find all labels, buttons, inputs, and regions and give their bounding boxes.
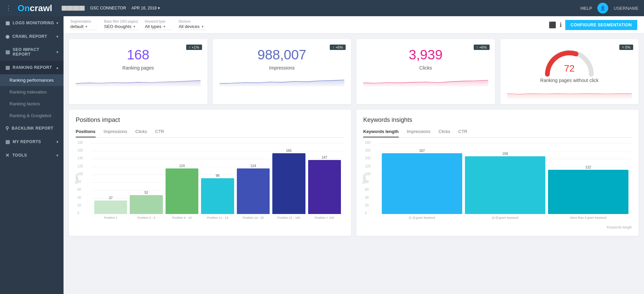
- sidebar-sub-ranking-perf[interactable]: Ranking performances: [0, 74, 64, 86]
- keyword-type-select[interactable]: All types ▾: [145, 24, 172, 30]
- tab-positions[interactable]: Positions: [76, 129, 96, 137]
- kw-bar-rect: [465, 156, 545, 214]
- bottom-charts: Positions impact Positions Impressions C…: [69, 110, 639, 236]
- bar-col-Position-14---20: 124: [237, 143, 270, 214]
- x-label: Position 2 - 3: [130, 215, 163, 224]
- kw-bar-col: 167: [382, 143, 462, 214]
- scroll-content: ↑ +1% 168 Ranking pages: [64, 34, 644, 294]
- sidebar-item-myreports[interactable]: ▤ MY REPORTS ▾: [0, 135, 64, 149]
- bar-num: 52: [145, 191, 148, 194]
- keywords-x-labels: [1-3]-gram keyword[4-5]-gram keywordMore…: [378, 215, 632, 224]
- keyword-type-filter: Keyword type All types ▾: [145, 20, 172, 30]
- bar-num: 147: [322, 156, 327, 159]
- crawl-icon: ◉: [5, 34, 10, 39]
- username-label: USERNAME: [614, 6, 639, 11]
- kw-x-label: [1-3]-gram keyword: [382, 215, 462, 224]
- seo-icon: ▤: [5, 49, 10, 55]
- base-filter-select[interactable]: SEO thoughts ▾: [104, 24, 138, 30]
- help-button[interactable]: HELP: [580, 6, 592, 11]
- chevron-tools: ▾: [56, 154, 58, 157]
- content-area: Segmentation default ▾ Base filter (363 …: [64, 16, 644, 294]
- stat-value-impressions: 988,007: [257, 47, 306, 62]
- chevron-seo: ▾: [56, 50, 58, 54]
- positions-chart-card: Positions impact Positions Impressions C…: [69, 110, 351, 236]
- devices-caret: ▾: [202, 25, 203, 28]
- segmentation-filter: Segmentation default ▾: [70, 20, 97, 30]
- stat-label-impressions: Impressions: [269, 65, 295, 71]
- sidebar-label-seo: SEO IMPACT REPORT: [13, 47, 56, 57]
- keywords-length-footer: Keywords length: [363, 225, 632, 229]
- sidebar-sub-ranking-index[interactable]: Ranking indexation: [0, 86, 64, 98]
- bar-num: 37: [109, 196, 113, 200]
- segmentation-value: default: [70, 24, 83, 29]
- base-filter-value: SEO thoughts: [104, 24, 131, 29]
- sidebar-label-logs: LOGS MONITORING: [13, 21, 54, 25]
- stat-cards: ↑ +1% 168 Ranking pages: [69, 39, 639, 104]
- tab-keywords-ctr[interactable]: CTR: [459, 129, 468, 137]
- bar-col-Position-21---100: 165: [272, 143, 305, 214]
- sidebar-item-logs[interactable]: ▦ LOGS MONITORING ▾: [0, 16, 64, 30]
- chevron-myreports: ▾: [56, 140, 58, 144]
- info-icon-button[interactable]: ℹ: [560, 21, 562, 29]
- sidebar-sub-label-google: Ranking & Googlebot: [9, 113, 51, 118]
- tab-keywords-impressions[interactable]: Impressions: [407, 129, 430, 137]
- positions-bars-row: 375212498124165147: [91, 143, 344, 214]
- keyword-type-caret: ▾: [164, 25, 165, 28]
- base-filter-caret: ▾: [133, 25, 135, 28]
- keywords-chart-card: Keywords insights Keywords length Impres…: [356, 110, 639, 236]
- sidebar-sub-ranking-google[interactable]: Ranking & Googlebot: [0, 110, 64, 122]
- tab-keywords-length[interactable]: Keywords length: [363, 129, 399, 137]
- sidebar-item-crawl[interactable]: ◉ CRAWL REPORT ▾: [0, 30, 64, 43]
- base-filter-label: Base filter (363 pages): [104, 20, 138, 23]
- breadcrumb-connector[interactable]: GSC CONNECTOR: [90, 6, 126, 10]
- sidebar-item-tools[interactable]: ✕ TOOLS ▾: [0, 149, 64, 162]
- stat-card-no-click: = 0% 72 Ranking pages without click: [500, 39, 639, 104]
- chevron-logs: ▾: [56, 21, 58, 25]
- sidebar-sub-ranking-factors[interactable]: Ranking factors: [0, 98, 64, 110]
- sidebar-item-seo[interactable]: ▤ SEO IMPACT REPORT ▾: [0, 43, 64, 61]
- sparkline-impressions: [220, 75, 345, 86]
- stat-value-ranking-pages: 168: [127, 47, 149, 62]
- nav-left: ⋮ On crawl ████████ › GSC CONNECTOR › AP…: [5, 3, 160, 14]
- logo[interactable]: On crawl: [18, 3, 52, 14]
- bar-col-Position-4---10: 124: [166, 143, 198, 214]
- pdf-icon-button[interactable]: ⬛: [549, 21, 556, 29]
- configure-segmentation-button[interactable]: CONFIGURE SEGMENTATION: [565, 20, 637, 30]
- sidebar-item-backlink[interactable]: ⚲ BACKLINK REPORT: [0, 122, 64, 135]
- tab-positions-ctr[interactable]: CTR: [155, 129, 164, 137]
- stat-label-clicks: Clicks: [419, 65, 432, 71]
- keyword-type-value: All types: [145, 24, 162, 29]
- stat-label-no-click: Ranking pages without click: [540, 78, 599, 83]
- tab-positions-clicks[interactable]: Clicks: [135, 129, 147, 137]
- segmentation-select[interactable]: default ▾: [70, 24, 97, 30]
- bar-rect: [308, 160, 341, 214]
- breadcrumb: ████████ › GSC CONNECTOR › APR 16, 2018 …: [62, 6, 160, 10]
- keyword-type-label: Keyword type: [145, 20, 172, 23]
- positions-x-labels: Position 1Position 2 - 3Position 4 - 10P…: [91, 215, 344, 224]
- filter-bar-right: ⬛ ℹ CONFIGURE SEGMENTATION: [549, 20, 637, 30]
- bar-col-Position-11---13: 98: [201, 143, 234, 214]
- logs-icon: ▦: [5, 20, 10, 26]
- x-label: Position 14 - 20: [237, 215, 270, 224]
- breadcrumb-project[interactable]: ████████: [62, 6, 85, 10]
- svg-text:72: 72: [564, 63, 575, 74]
- sidebar-label-myreports: MY REPORTS: [13, 139, 41, 144]
- gauge-chart: 72: [542, 47, 596, 78]
- bar-rect: [130, 195, 163, 214]
- sidebar-sub-label-index: Ranking indexation: [9, 89, 47, 95]
- devices-select[interactable]: All devices ▾: [179, 24, 206, 30]
- tab-positions-impressions[interactable]: Impressions: [104, 129, 127, 137]
- bar-num: 124: [179, 164, 185, 168]
- breadcrumb-date[interactable]: APR 16, 2018 ▾: [131, 6, 160, 10]
- tab-keywords-clicks[interactable]: Clicks: [439, 129, 450, 137]
- chevron-crawl: ▾: [56, 35, 58, 38]
- bar-rect: [166, 168, 198, 214]
- kw-bar-rect: [382, 153, 462, 214]
- positions-chart-title: Positions impact: [76, 116, 344, 124]
- menu-dots[interactable]: ⋮: [5, 4, 11, 12]
- logo-crawl: crawl: [30, 3, 52, 14]
- kw-x-label: [4-5]-gram keyword: [465, 215, 545, 224]
- sidebar-item-ranking[interactable]: ▤ RANKING REPORT ▴: [0, 61, 64, 74]
- myreports-icon: ▤: [5, 139, 10, 144]
- top-nav: ⋮ On crawl ████████ › GSC CONNECTOR › AP…: [0, 0, 644, 16]
